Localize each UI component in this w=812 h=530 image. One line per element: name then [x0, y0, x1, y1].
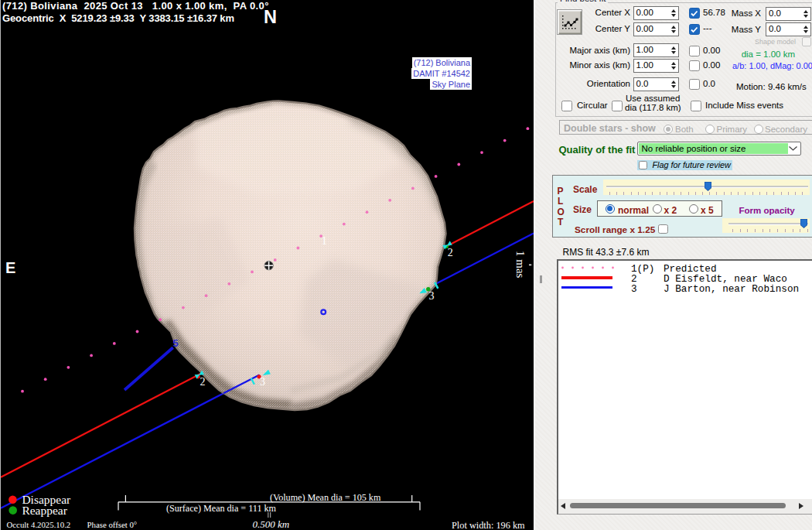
svg-text:Phase offset 0°: Phase offset 0°	[87, 520, 138, 529]
svg-text:(Surface) Mean dia = 111 km: (Surface) Mean dia = 111 km	[166, 503, 277, 514]
svg-text:1 mas: 1 mas	[514, 251, 527, 279]
svg-text:3: 3	[429, 290, 435, 302]
svg-text:Plot width: 196 km: Plot width: 196 km	[452, 520, 525, 530]
svg-text:(Volume) Mean dia = 105 km: (Volume) Mean dia = 105 km	[270, 492, 381, 503]
svg-text:Occult 4.2025.10.2: Occult 4.2025.10.2	[7, 520, 71, 529]
svg-text:1: 1	[322, 235, 327, 247]
svg-text:5: 5	[173, 337, 179, 349]
svg-text:Reappear: Reappear	[22, 504, 67, 517]
svg-text:3: 3	[260, 376, 265, 388]
svg-text:0.500 km: 0.500 km	[253, 518, 290, 530]
svg-text:2: 2	[448, 247, 453, 258]
svg-text:2: 2	[200, 376, 206, 388]
